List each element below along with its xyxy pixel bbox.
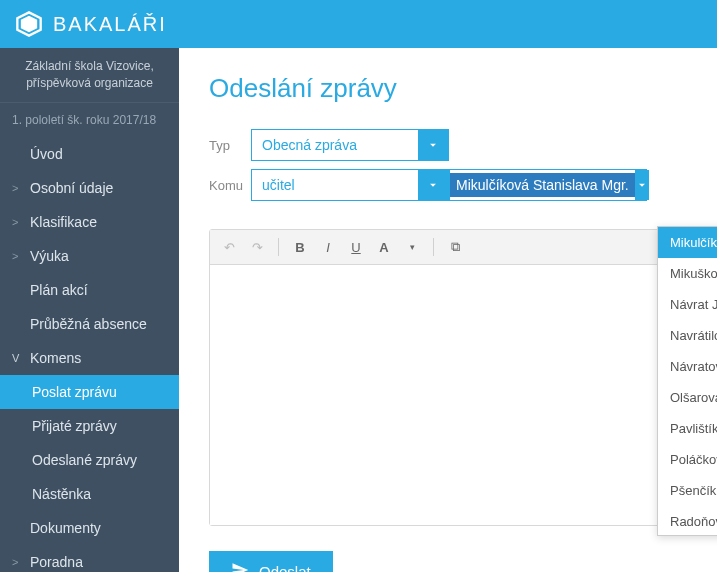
- nav-klasifikace[interactable]: >Klasifikace: [0, 205, 179, 239]
- dropdown-item[interactable]: Mikulčíková Stanislava Mgr.: [658, 227, 717, 258]
- person-select[interactable]: Mikulčíková Stanislava Mgr.: [449, 169, 647, 201]
- logo-icon: [15, 10, 43, 38]
- dropdown-item[interactable]: Návrat Jindřich Mgr.: [658, 289, 717, 320]
- recipient-label: Komu: [209, 178, 251, 193]
- logo: BAKALÁŘI: [15, 10, 167, 38]
- redo-icon[interactable]: ↷: [246, 236, 268, 258]
- chevron-down-icon[interactable]: [418, 170, 448, 200]
- chevron-right-icon: >: [12, 182, 30, 194]
- separator: [278, 238, 279, 256]
- send-icon: [231, 561, 249, 572]
- undo-icon[interactable]: ↶: [218, 236, 240, 258]
- nav-prubezna-absence[interactable]: Průběžná absence: [0, 307, 179, 341]
- dropdown-item[interactable]: Mikušková Zuzana Mgr.: [658, 258, 717, 289]
- copy-icon[interactable]: ⧉: [444, 236, 466, 258]
- editor-toolbar: ↶ ↷ B I U A ▾ ⧉: [210, 230, 686, 265]
- dropdown-item[interactable]: Radoňová Hana: [658, 506, 717, 536]
- send-label: Odeslat: [259, 563, 311, 572]
- app-header: BAKALÁŘI: [0, 0, 717, 48]
- nav-prijate-zpravy[interactable]: Přijaté zprávy: [0, 409, 179, 443]
- message-editor: ↶ ↷ B I U A ▾ ⧉: [209, 229, 687, 526]
- logo-text: BAKALÁŘI: [53, 13, 167, 36]
- type-select[interactable]: Obecná zpráva: [251, 129, 449, 161]
- underline-icon[interactable]: U: [345, 236, 367, 258]
- separator: [433, 238, 434, 256]
- school-name: Základní škola Vizovice, příspěvková org…: [12, 58, 167, 92]
- font-color-icon[interactable]: A: [373, 236, 395, 258]
- nav-osobni-udaje[interactable]: >Osobní údaje: [0, 171, 179, 205]
- dropdown-item[interactable]: Návratová Helena Mgr.: [658, 351, 717, 382]
- person-value: Mikulčíková Stanislava Mgr.: [450, 173, 635, 197]
- form-row-recipient: Komu učitel Mikulčíková Stanislava Mgr.: [209, 169, 687, 201]
- chevron-down-icon[interactable]: [418, 130, 448, 160]
- type-label: Typ: [209, 138, 251, 153]
- svg-marker-1: [22, 17, 36, 31]
- nav-nastenka[interactable]: Nástěnka: [0, 477, 179, 511]
- nav-komens[interactable]: VKomens: [0, 341, 179, 375]
- chevron-right-icon: >: [12, 250, 30, 262]
- nav-vyuka[interactable]: >Výuka: [0, 239, 179, 273]
- sidebar: Základní škola Vizovice, příspěvková org…: [0, 48, 179, 572]
- type-value: Obecná zpráva: [252, 137, 418, 153]
- dropdown-item[interactable]: Pavlištíková Petra Mgr.: [658, 413, 717, 444]
- chevron-right-icon: >: [12, 556, 30, 568]
- dropdown-item[interactable]: Olšarová Anna: [658, 382, 717, 413]
- nav-dokumenty[interactable]: Dokumenty: [0, 511, 179, 545]
- dropdown-item[interactable]: Poláčková Marie Mgr.: [658, 444, 717, 475]
- nav: Úvod >Osobní údaje >Klasifikace >Výuka P…: [0, 137, 179, 572]
- role-value: učitel: [252, 177, 418, 193]
- nav-poradna[interactable]: >Poradna: [0, 545, 179, 572]
- school-info: Základní škola Vizovice, příspěvková org…: [0, 48, 179, 103]
- chevron-down-icon[interactable]: [635, 170, 649, 200]
- dropdown-item[interactable]: Pšenčík Josef: [658, 475, 717, 506]
- semester[interactable]: 1. pololetí šk. roku 2017/18: [0, 103, 179, 137]
- bold-icon[interactable]: B: [289, 236, 311, 258]
- chevron-down-icon: V: [12, 352, 30, 364]
- nav-plan-akci[interactable]: Plán akcí: [0, 273, 179, 307]
- italic-icon[interactable]: I: [317, 236, 339, 258]
- nav-poslat-zpravu[interactable]: Poslat zprávu: [0, 375, 179, 409]
- main-content: Odeslání zprávy Typ Obecná zpráva Komu u…: [179, 48, 717, 572]
- chevron-right-icon: >: [12, 216, 30, 228]
- person-dropdown: Mikulčíková Stanislava Mgr.Mikušková Zuz…: [657, 226, 717, 536]
- editor-textarea[interactable]: [210, 265, 686, 525]
- nav-uvod[interactable]: Úvod: [0, 137, 179, 171]
- dropdown-item[interactable]: Navrátilová Lucie Mgr.: [658, 320, 717, 351]
- role-select[interactable]: učitel: [251, 169, 449, 201]
- dropdown-icon[interactable]: ▾: [401, 236, 423, 258]
- nav-odeslane-zpravy[interactable]: Odeslané zprávy: [0, 443, 179, 477]
- form-row-type: Typ Obecná zpráva: [209, 129, 687, 161]
- page-title: Odeslání zprávy: [209, 73, 687, 104]
- send-button[interactable]: Odeslat: [209, 551, 333, 572]
